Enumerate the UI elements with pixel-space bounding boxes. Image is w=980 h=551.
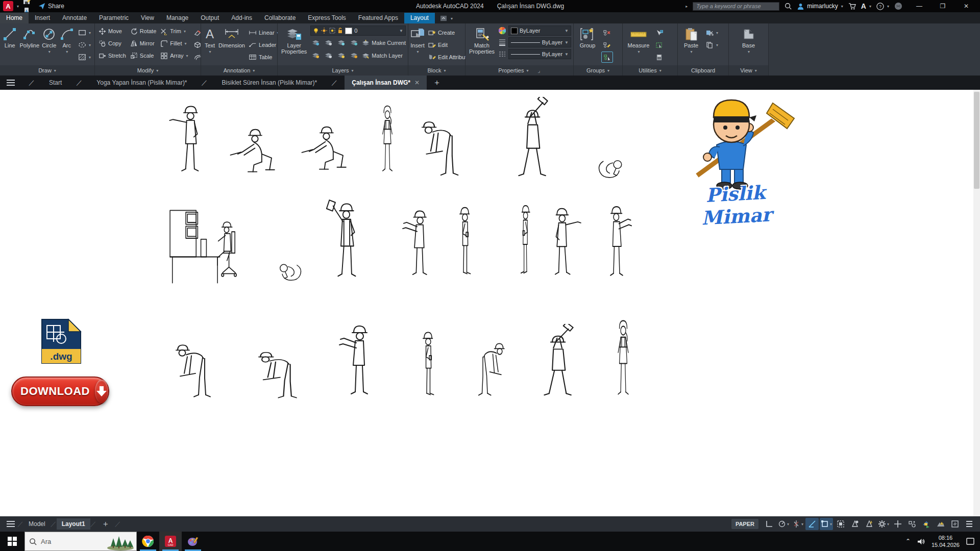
ribbon-tab-annotate[interactable]: Annotate	[56, 13, 93, 23]
app-store-cart-icon[interactable]	[848, 3, 856, 10]
layout1-tab[interactable]: Layout1	[57, 518, 90, 530]
annotation-visibility-toggle[interactable]	[863, 518, 876, 530]
ungroup-button[interactable]	[601, 27, 613, 38]
new-layout-button[interactable]: ＋	[96, 517, 115, 532]
taskbar-search-input[interactable]: Ara	[24, 532, 137, 551]
table-button[interactable]: Table	[247, 52, 282, 63]
file-tab-calisan-active[interactable]: Çalışan İnsan DWG* ✕	[345, 76, 427, 90]
layers-panel-label[interactable]: Layers▾	[278, 65, 408, 76]
trim-button[interactable]: Trim▾	[159, 26, 189, 37]
linetype-combo[interactable]: ByLayer▼	[508, 49, 571, 59]
autodesk-menu[interactable]: A▾	[861, 2, 871, 10]
ribbon-tab-view[interactable]: View	[135, 13, 160, 23]
file-tab-bisiklet[interactable]: Bisiklet Süren İnsan (Pislik Mimar)*	[215, 76, 325, 90]
array-button[interactable]: Array▾	[159, 50, 189, 61]
help-search-input[interactable]: Type a keyword or phrase	[693, 2, 779, 11]
layer-select-combo[interactable]: 0 ▼	[310, 26, 406, 36]
tray-chevron-icon[interactable]: ⌃	[905, 538, 911, 545]
match-properties-button[interactable]: Match Properties	[468, 26, 496, 64]
copy-button[interactable]: Copy	[97, 38, 128, 49]
new-tab-button[interactable]: ＋	[427, 76, 447, 90]
layer-properties-button[interactable]: Layer Properties	[280, 26, 308, 64]
measure-button[interactable]: Measure▾	[625, 26, 652, 64]
copy-clip-button[interactable]: ▾	[704, 39, 720, 51]
move-button[interactable]: Move	[97, 26, 128, 37]
selection-cycling-toggle[interactable]	[834, 518, 847, 530]
match-layer-button[interactable]: Match Layer	[362, 50, 403, 61]
base-button[interactable]: Base▾	[738, 26, 760, 64]
grid-display-toggle[interactable]	[763, 518, 776, 530]
help-menu[interactable]: ? ▾	[876, 3, 889, 10]
customization-menu-toggle[interactable]	[963, 518, 976, 530]
canvas-scrollbar[interactable]	[973, 90, 980, 516]
ribbon-tab-parametric[interactable]: Parametric	[93, 13, 135, 23]
minimize-button[interactable]: —	[908, 0, 931, 12]
paste-button[interactable]: Paste▾	[680, 26, 702, 64]
cut-button[interactable]: ▾	[704, 27, 720, 38]
draw-panel-label[interactable]: Draw▾	[0, 65, 94, 76]
stretch-button[interactable]: Stretch	[97, 50, 128, 61]
restore-button[interactable]: ❐	[931, 0, 954, 12]
snap-mode-toggle[interactable]: ▾	[777, 518, 790, 530]
action-center-icon[interactable]	[966, 537, 975, 545]
layer-tool-2[interactable]	[323, 38, 333, 47]
ribbon-tab-manage[interactable]: Manage	[160, 13, 194, 23]
make-current-button[interactable]: Make Current	[362, 37, 406, 48]
close-tab-icon[interactable]: ✕	[414, 79, 420, 86]
annotation-scale-toggle[interactable]	[848, 518, 862, 530]
circle-button[interactable]: Circle▾	[41, 26, 57, 64]
save-as-button[interactable]	[21, 0, 32, 6]
quick-calculator-button[interactable]	[654, 52, 665, 63]
close-button[interactable]: ✕	[954, 0, 978, 12]
layer-tool-3[interactable]	[336, 38, 346, 47]
dimension-button[interactable]: Dimension	[218, 26, 245, 64]
isolate-objects-toggle[interactable]	[905, 518, 919, 530]
autocad-app-icon[interactable]: A	[3, 1, 13, 11]
hardware-acceleration-toggle[interactable]	[920, 518, 933, 530]
drawing-canvas[interactable]: Pislik Mimar .dwg DOWNLOAD	[0, 90, 980, 516]
paper-space-toggle[interactable]: PAPER	[731, 519, 758, 529]
graphics-performance-toggle[interactable]	[934, 518, 947, 530]
insert-block-button[interactable]: Insert▾	[410, 26, 425, 64]
ribbon-tab-express-tools[interactable]: Express Tools	[302, 13, 352, 23]
id-point-button[interactable]	[654, 39, 665, 51]
rectangle-button[interactable]: ▾	[77, 27, 92, 38]
modify-panel-label[interactable]: Modify▾	[95, 65, 201, 76]
ribbon-collapse-caret[interactable]: ▾	[451, 16, 453, 21]
groups-panel-label[interactable]: Groups▾	[574, 65, 622, 76]
workspace-gear-toggle[interactable]: ▾	[877, 518, 890, 530]
search-icon[interactable]	[785, 3, 792, 10]
ribbon-tab-featured-apps[interactable]: Featured Apps	[352, 13, 404, 23]
fillet-button[interactable]: Fillet▾	[159, 38, 189, 49]
ellipse-button[interactable]: ▾	[77, 39, 92, 51]
taskbar-clock[interactable]: 08:16 15.04.2026	[932, 534, 960, 549]
layer-tool-1[interactable]	[310, 38, 321, 47]
block-panel-label[interactable]: Block▾	[408, 65, 465, 76]
file-tabs-menu-icon[interactable]	[0, 76, 21, 90]
layer-tool-8[interactable]	[349, 51, 359, 60]
share-button[interactable]: Share	[38, 3, 64, 10]
layer-tool-7[interactable]	[336, 51, 346, 60]
start-button[interactable]	[0, 532, 24, 551]
layer-tool-5[interactable]	[310, 51, 321, 60]
utilities-panel-label[interactable]: Utilities▾	[623, 65, 677, 76]
taskbar-chrome-icon[interactable]	[137, 532, 159, 551]
model-tab[interactable]: Model	[23, 518, 51, 530]
taskbar-paint-icon[interactable]	[182, 532, 204, 551]
text-button[interactable]: A Text▾	[203, 26, 216, 64]
taskbar-autocad-icon[interactable]: A CAD	[159, 532, 182, 551]
volume-icon[interactable]	[917, 538, 925, 545]
object-color-combo[interactable]: ByLayer▼	[508, 26, 571, 36]
view-panel-label[interactable]: View▾	[729, 65, 768, 76]
feedback-icon[interactable]	[894, 2, 902, 10]
annotation-panel-label[interactable]: Annotation▾	[201, 65, 277, 76]
mirror-button[interactable]: Mirror	[129, 38, 158, 49]
group-edit-button[interactable]	[601, 39, 613, 51]
download-button[interactable]: DOWNLOAD	[11, 377, 109, 406]
ortho-mode-toggle[interactable]	[805, 518, 819, 530]
group-button[interactable]: Group	[576, 26, 599, 64]
ribbon-tab-addins[interactable]: Add-ins	[225, 13, 258, 23]
layer-tool-4[interactable]	[349, 38, 359, 47]
leader-button[interactable]: Leader▾	[247, 39, 282, 51]
group-selection-toggle[interactable]	[601, 52, 613, 63]
